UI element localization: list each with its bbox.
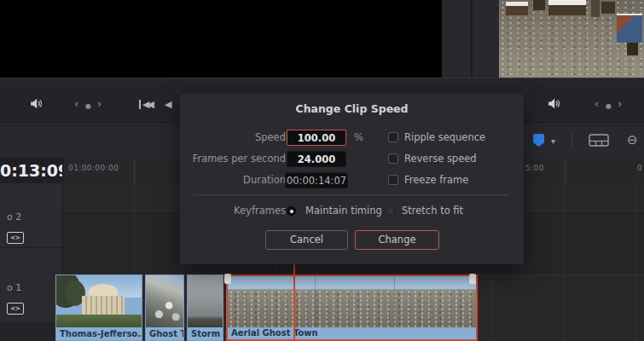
ripple-sequence-label: Ripple sequence: [404, 130, 485, 146]
keyframes-label: Keyframes: [180, 203, 286, 219]
speed-input[interactable]: [287, 130, 346, 146]
reverse-speed-checkbox[interactable]: [388, 153, 398, 164]
duration-label: Duration: [180, 172, 286, 188]
fps-input[interactable]: [287, 151, 346, 167]
speed-label: Speed: [180, 130, 286, 146]
header-divider: [0, 247, 62, 248]
go-to-start-icon[interactable]: ◀◀: [142, 99, 152, 110]
flag-dropdown-chevron-icon[interactable]: ▾: [551, 136, 555, 147]
marker-dot-icon[interactable]: ●: [85, 101, 91, 112]
stretch-to-fit-label: Stretch to fit: [402, 203, 463, 219]
clip-thumbnail: [228, 276, 476, 327]
clip-thumbnail: [188, 275, 223, 327]
ruler-label: 01:00:00:00: [68, 164, 119, 172]
dialog-separator: [194, 194, 509, 195]
clip-thumbnail: [146, 275, 183, 327]
ruler-tick: [134, 160, 135, 183]
clip-thomas-jefferson[interactable]: Thomas-Jefferso…: [55, 275, 142, 341]
timeline-timecode: 0:13:09: [0, 158, 63, 183]
freeze-frame-label: Freeze frame: [404, 172, 468, 188]
previous-marker-icon-right[interactable]: ‹: [595, 98, 599, 109]
next-marker-icon-right[interactable]: ›: [618, 98, 622, 109]
ghost-town-building: [601, 2, 615, 14]
auto-select-v1-icon[interactable]: <>: [7, 303, 24, 315]
davinci-resolve-edit-page: ‹ ● › ◀◀ ◀ ‹ ● › ▾ ⊖ 0:13:09 01:00:00:00…: [0, 0, 644, 341]
track-v1-label: o 1: [7, 282, 21, 293]
change-clip-speed-dialog: Change Clip Speed Speed % Ripple sequenc…: [180, 94, 524, 264]
maintain-timing-label: Maintain timing: [305, 203, 382, 219]
auto-select-v2-icon[interactable]: <>: [7, 232, 24, 244]
source-viewer-ghost-town-frame: [499, 0, 644, 78]
trim-handle-right[interactable]: [469, 274, 476, 284]
zoom-out-icon[interactable]: ⊖: [627, 134, 638, 147]
fps-label: Frames per second: [180, 151, 286, 167]
speed-unit: %: [354, 130, 363, 146]
reverse-speed-label: Reverse speed: [404, 151, 477, 167]
ghost-town-building: [548, 0, 586, 15]
marker-dot-icon-right[interactable]: ●: [606, 101, 612, 112]
ghost-town-building: [506, 2, 528, 15]
timeline-view-options-icon[interactable]: [589, 134, 609, 147]
ruler-label-partial: 0: [637, 164, 642, 172]
gridline: [563, 183, 564, 341]
next-marker-icon[interactable]: ›: [97, 98, 102, 109]
freeze-frame-checkbox[interactable]: [388, 175, 398, 185]
change-button[interactable]: Change: [355, 230, 439, 250]
previous-marker-icon[interactable]: ‹: [74, 98, 78, 109]
track-header-column: o 2 <> o 1 <>: [0, 183, 63, 341]
trim-handle-left[interactable]: [224, 274, 231, 284]
ruler-label-partial: 5:00: [525, 164, 544, 172]
clip-aerial-ghost-town-selected[interactable]: Aerial Ghost Town: [226, 275, 478, 341]
ruler-tick: [565, 160, 566, 183]
go-to-start-bar: [139, 100, 141, 109]
clip-ghost-town[interactable]: Ghost T…: [145, 275, 184, 341]
track-header-footer: [0, 322, 62, 341]
ghost-town-building: [533, 0, 545, 10]
mute-audio-icon[interactable]: [29, 96, 44, 111]
mute-audio-icon-right[interactable]: [547, 96, 561, 111]
ghost-town-structure: [617, 14, 642, 43]
duration-input[interactable]: [285, 172, 348, 188]
cancel-button[interactable]: Cancel: [265, 230, 348, 250]
track-v2-label: o 2: [7, 211, 21, 223]
clip-name-label: Ghost T…: [146, 327, 183, 340]
timeline-viewer: [0, 0, 442, 78]
clip-thumbnail: [56, 275, 142, 327]
toolbar-separator: [571, 132, 572, 147]
gridline: [635, 183, 636, 341]
playhead[interactable]: [293, 264, 295, 341]
clip-name-label: Thomas-Jefferso…: [56, 327, 142, 340]
ghost-town-structure: [627, 43, 638, 55]
clip-name-label: Aerial Ghost Town: [228, 327, 476, 339]
panel-divider: [471, 0, 473, 78]
dialog-title: Change Clip Speed: [180, 102, 524, 115]
clip-name-label: Storm …: [188, 327, 223, 340]
maintain-timing-radio[interactable]: [287, 206, 296, 216]
clip-storm[interactable]: Storm …: [187, 275, 223, 341]
play-reverse-icon[interactable]: ◀: [165, 99, 169, 110]
ghost-town-building: [591, 0, 600, 17]
ripple-sequence-checkbox[interactable]: [388, 132, 398, 142]
flag-icon[interactable]: [533, 134, 544, 147]
stretch-to-fit-radio[interactable]: [386, 206, 395, 216]
